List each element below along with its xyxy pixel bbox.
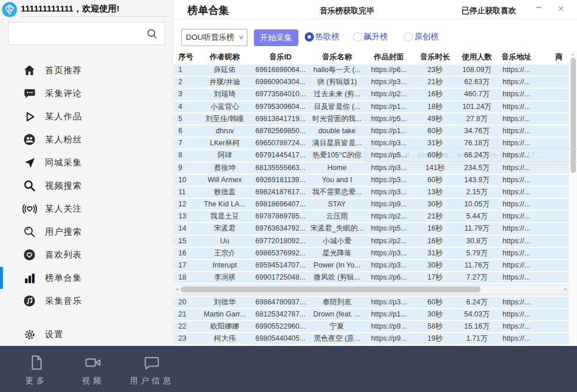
table-cell: 76.18万 [457, 138, 497, 149]
column-header: 作品封面 [365, 51, 413, 65]
table-cell: 刘德华 [198, 297, 252, 308]
table-cell: 6.24万 [457, 297, 497, 308]
table-cell: 69650788724... [252, 138, 309, 149]
table-cell: 10.05万 [457, 199, 497, 210]
table-row[interactable]: 9蔡徐坤68135555663...Homehttps://p3...141秒2… [174, 163, 569, 174]
chat-bubble-icon [143, 354, 160, 371]
scroll-right-arrow-icon[interactable]: ► [564, 287, 568, 291]
sidebar-item-works[interactable]: 某人作品 [0, 105, 173, 128]
sidebar-item-collect-music[interactable]: 采集音乐 [0, 289, 173, 312]
horizontal-scrollbar[interactable]: ◄ ► [174, 285, 569, 293]
sidebar-item-city[interactable]: 同城采集 [0, 151, 173, 174]
table-row[interactable]: 7LKer林柯69650788724...满目星辰皆是...https://p3… [174, 138, 569, 149]
chart-source-select[interactable]: DOU听音乐榜 ∨ [181, 29, 248, 46]
column-header: 使用人数 [457, 51, 497, 65]
table-row[interactable]: 17Interupt69594514707...Power (In Yo...h… [174, 260, 569, 271]
table-cell: 69594514707... [252, 260, 309, 271]
table-cell: 69864780937... [252, 297, 309, 308]
table-row[interactable]: 6dhruv68782569850...double takehttps://p… [174, 126, 569, 137]
table-cell: 骁 (剪辑版1) [309, 77, 365, 88]
table-row[interactable]: 18李润祺69901725048...微风吹 (剪辑...https://p6.… [174, 272, 569, 283]
table-cell: 54.03万 [457, 309, 497, 320]
table-row[interactable]: 1薛廷佑69616898064...hallo每一天 (...https://p… [174, 65, 569, 76]
table-row[interactable]: 11败德盖69824187617...我不需要恋爱...https://p3..… [174, 187, 569, 198]
table-row[interactable]: 20刘德华69864780937...奉陪到底https://p3...60秒6… [174, 297, 569, 308]
table-row[interactable]: 5刘至佳/韩瞳69813841719...时光背面的我...https://p5… [174, 114, 569, 125]
scroll-up-arrow-icon[interactable]: ▲ [569, 51, 577, 56]
table-cell: 刘瑞琦 [198, 89, 252, 100]
sidebar-item-label: 某人作品 [45, 111, 82, 122]
vertical-scrollbar[interactable]: ▲ [569, 51, 577, 344]
table-cell: https://... [497, 211, 536, 222]
sidebar-item-follows[interactable]: 某人关注 [0, 197, 173, 220]
table-row[interactable]: 15Uu69772018092...小城小爱https://p2...16秒30… [174, 236, 569, 247]
table-cell: 17 [178, 260, 198, 271]
search-input[interactable] [13, 25, 146, 42]
table-cell: 11.76万 [457, 260, 497, 271]
table-cell: 15 [178, 236, 198, 247]
footer-item-user-info[interactable]: 用户信息 [120, 354, 183, 386]
table-cell: Uu [198, 236, 252, 247]
table-row[interactable]: 23柯大伟69805440405...黑色夜空 (原...https://p9.… [174, 333, 569, 344]
table-cell: 30秒 [413, 199, 457, 210]
sidebar-item-comments[interactable]: 采集评论 [0, 82, 173, 105]
start-collect-button[interactable]: 开始采集 [254, 29, 298, 46]
radio-hot-chart[interactable]: 热歌榜 [305, 32, 339, 42]
table-cell: 目及皆是你 (... [309, 101, 365, 112]
table-cell: https://... [497, 114, 536, 125]
table-cell: dhruv [198, 126, 252, 137]
table-cell: https://p6... [365, 65, 413, 76]
sidebar-item-label: 用户搜索 [45, 227, 82, 238]
sidebar-item-charts[interactable]: 榜单合集 [0, 266, 173, 289]
close-button[interactable]: ✕ [557, 4, 564, 13]
radio-dot [305, 32, 314, 42]
table-row[interactable]: 10Will Armex69269181139...You and Ihttps… [174, 175, 569, 186]
search-icon[interactable] [146, 28, 159, 40]
radio-rising-chart[interactable]: 飙升榜 [353, 32, 388, 42]
table-row[interactable]: 12The Kid LA...69818696407...STAYhttps:/… [174, 199, 569, 210]
sidebar-item-fans[interactable]: 某人粉丝 [0, 128, 173, 151]
table-row[interactable]: 8阿肆69791445417...热爱105°C的你https://p5...6… [174, 150, 569, 161]
table-cell: https://p2... [365, 236, 413, 247]
table-row[interactable]: 4小蓝背心69795309604...目及皆是你 (...https://p1.… [174, 101, 569, 112]
play-icon [22, 109, 37, 124]
footer-item-video[interactable]: 视频 [61, 354, 125, 386]
footer-item-more[interactable]: 更多 [5, 354, 68, 386]
table-cell: https://p9... [365, 321, 413, 332]
scroll-left-arrow-icon[interactable]: ◄ [175, 287, 179, 291]
table-row[interactable]: 13我是土豆69787869785...云压雨https://p2...21秒5… [174, 211, 569, 222]
sidebar-item-likes[interactable]: 喜欢列表 [0, 243, 173, 266]
table-cell: 69818696407... [252, 199, 309, 210]
table-cell: 69901725048... [252, 272, 309, 283]
location-arrow-icon [22, 155, 37, 170]
table-cell: 过去未来 (剪... [309, 89, 365, 100]
table-row[interactable]: 2井胧/井迪69860904304...骁 (剪辑版1)https://p3..… [174, 77, 569, 88]
table-cell: https://p9... [365, 333, 413, 344]
table-row[interactable]: 14宋孟君69763634792...宋孟君_失眠的...https://p5.… [174, 223, 569, 234]
horizontal-scroll-thumb[interactable] [181, 287, 481, 292]
table-cell: https://... [497, 126, 536, 137]
table-cell: https://p3... [365, 163, 413, 174]
table-row[interactable]: 16王宗介69865376992...星光降落https://p3...31秒5… [174, 248, 569, 259]
table-cell: 69791445417... [252, 150, 309, 161]
radio-original-chart[interactable]: 原创榜 [404, 32, 439, 42]
sidebar-search [8, 22, 165, 45]
table-row[interactable]: 22欧阳娜娜69905522960...宁夏https://p9...58秒15… [174, 321, 569, 332]
table-cell: 7 [178, 138, 198, 149]
sidebar-item-video-search[interactable]: 视频搜索 [0, 174, 173, 197]
minimize-button[interactable]: – [536, 2, 541, 13]
column-header: 音乐名称 [309, 51, 365, 65]
table-row[interactable]: 21Martin Garr...68125342787...Drown (fea… [174, 309, 569, 320]
sidebar-item-home[interactable]: 首页推荐 [0, 59, 173, 82]
radio-dot [404, 32, 413, 42]
sidebar-item-settings[interactable]: 设置 [0, 323, 173, 346]
table-cell: 我是土豆 [198, 211, 252, 222]
table-cell: Interupt [198, 260, 252, 271]
brand-underline [21, 16, 170, 17]
table-row[interactable]: 3刘瑞琦69773584010...过去未来 (剪...https://p2..… [174, 89, 569, 100]
table-cell: https://p3... [365, 248, 413, 259]
table-cell: 22 [178, 321, 198, 332]
table-cell: https://p1... [365, 101, 413, 112]
table-cell: 5.44万 [457, 211, 497, 222]
sidebar-item-user-search[interactable]: 用户搜索 [0, 220, 173, 243]
